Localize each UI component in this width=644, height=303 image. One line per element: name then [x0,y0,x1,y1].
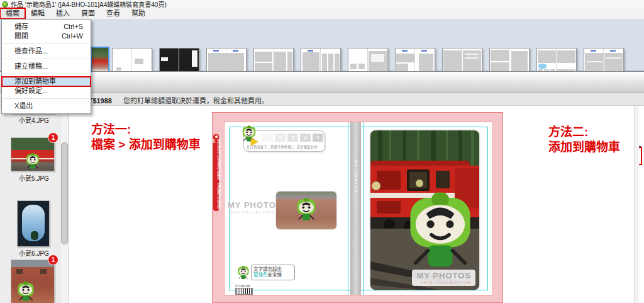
spine-guide-line [364,122,364,295]
book-spine: MY PHOTOS [350,122,361,295]
back-cover-title: MY PHOTOS [228,200,282,210]
back-cover-title-block: MY PHOTOS 2016 COLLECTION [228,200,282,214]
gray-scale-boxes: 1 2 3 4 5 [262,134,323,142]
price-note: 您的訂單總額還取決於運費，稅金和其他費用。 [123,95,269,105]
front-cover-title-block: MY PHOTOS 2016 COLLECTION [412,270,475,286]
editor-canvas: 方法一: 檔案 > 添加到購物車 方法二: 添加到購物車 紅色區塊均為裁切範圍，… [69,106,639,303]
mascot-icon [237,266,250,280]
scrollbar-thumb[interactable] [61,142,68,244]
title-bar: 作品 '示範商品1' ([A4-BHO-101]A4蝴蝶精裝寫真書40頁) [0,0,644,8]
price-bar: 價錢: NT$1988 您的訂單總額還取決於運費，稅金和其他費用。 [0,93,644,106]
brightness-hint-widget: 1 2 3 4 5 在白色背景下，若看不到色塊1，表示螢幕太亮! [243,130,325,152]
annotation-method2-text: 添加到購物車 [548,140,620,155]
trim-warning-strip: 紅色區塊均為裁切範圍，滿版相片需超出 [213,134,219,211]
page-thumbnail-strip: 1 - 2 3 - 4 5 - 6 7 - 8 9 - 10 11 - 12 [0,19,644,71]
barcode-block: STORY08 [235,285,253,295]
annotation-method2: 方法二: 添加到購物車 [548,125,620,155]
menu-insert[interactable]: 插入 [50,8,75,19]
train-photo-illustration [370,130,479,290]
mascot-silhouette [31,231,38,240]
trim-warning-text: 紅色區塊均為裁切範圍，滿版相片需超出 [211,139,222,211]
spine-text: MY PHOTOS [354,160,358,194]
safety-note-widget: 文字請勿超出 藍綠色安全線 [237,265,300,283]
menu-help[interactable]: 幫助 [126,8,151,19]
photo-thumb-building[interactable] [11,260,55,303]
shortcut-label: Ctrl+W [62,31,83,41]
page-area: 1 2 3 4 5 在白色背景下，若看不到色塊1，表示螢幕太亮! MY PHOT… [224,122,493,295]
photo-name: 小武4.JPG [3,115,65,125]
scale-box-3: 3 [287,134,298,142]
safety-note-bubble: 文字請勿超出 藍綠色安全線 [251,265,295,280]
menu-page[interactable]: 頁面 [75,8,101,19]
back-cover-photo[interactable] [276,192,336,229]
annotation-method1-text: 檔案 > 添加到購物車 [91,137,201,152]
hint-caption: 在白色背景下，若看不到色塊1，表示螢幕太亮! [247,144,318,150]
photo-name: 小武5.JPG [3,173,65,183]
annotation-method1-title: 方法一: [91,122,201,137]
scale-box-1: 1 [262,134,273,142]
back-cover-subtitle: 2016 COLLECTION [228,210,282,214]
scale-box-5: 5 [313,134,323,142]
safety-note-line2: 藍綠色安全線 [253,272,292,278]
menu-separator [3,43,89,44]
file-dropdown-menu: 儲存Ctrl+S 關閉Ctrl+W 檢查作品... 建立樣稿... 添加到購物車… [1,19,91,114]
app-logo-icon [2,1,8,8]
usage-badge: 1 [48,132,58,143]
front-cover-title: MY PHOTOS [416,271,471,280]
menu-file[interactable]: 檔案 [0,8,25,19]
annotation-method2-title: 方法二: [548,125,620,140]
usage-badge: 1 [48,254,58,265]
pin-icon [215,135,218,138]
building-window [40,269,47,274]
mascot-icon [296,198,317,222]
menu-item-close[interactable]: 關閉Ctrl+W [2,31,91,41]
menu-separator [3,98,89,99]
canvas-scrollbar[interactable] [634,106,639,303]
photo-thumb-xiaowu5[interactable] [11,137,55,171]
window-title: 作品 '示範商品1' ([A4-BHO-101]A4蝴蝶精裝寫真書40頁) [11,0,167,9]
sidebar-scrollbar[interactable] [60,106,69,303]
menu-item-add-to-cart[interactable]: 添加到購物車 [2,77,91,86]
menu-edit[interactable]: 編輯 [25,8,50,19]
menu-view[interactable]: 查看 [101,8,126,19]
front-cover-photo[interactable]: MY PHOTOS 2016 COLLECTION [370,130,479,290]
menu-item-save[interactable]: 儲存Ctrl+S [2,22,91,31]
front-cover-subtitle: 2016 COLLECTION [416,280,471,285]
book-cover-spread: 紅色區塊均為裁切範圍，滿版相片需超出 1 2 3 4 5 [212,112,503,303]
spine-guide-line [348,122,348,295]
photo-thumb-xiaowu6[interactable] [17,200,50,247]
menu-separator [3,59,89,59]
main-toolbar: Aa > 添加到購物車 [0,71,644,93]
annotation-method1: 方法一: 檔案 > 添加到購物車 [91,122,201,152]
scale-box-4: 4 [300,134,311,142]
photobook-editor-window: 作品 '示範商品1' ([A4-BHO-101]A4蝴蝶精裝寫真書40頁) 檔案… [0,0,644,303]
building-window [16,269,23,274]
shortcut-label: Ctrl+S [64,22,83,31]
menu-bar: 檔案 編輯 插入 頁面 查看 幫助 [0,8,644,19]
menu-item-preferences[interactable]: 偏好設定... [2,86,91,96]
menu-item-exit[interactable]: X退出 [2,101,91,111]
barcode [235,288,253,295]
menu-separator [3,74,89,74]
menu-item-create-proof[interactable]: 建立樣稿... [2,62,91,71]
scale-box-2: 2 [275,134,286,142]
barcode-label: STORY08 [235,285,253,288]
photo-sidebar: 小武4.JPG 1 小武5.JPG 小武6.JPG 1 [0,106,69,303]
menu-item-check-work[interactable]: 檢查作品... [2,47,91,56]
safety-note-line1: 文字請勿超出 [253,266,292,272]
